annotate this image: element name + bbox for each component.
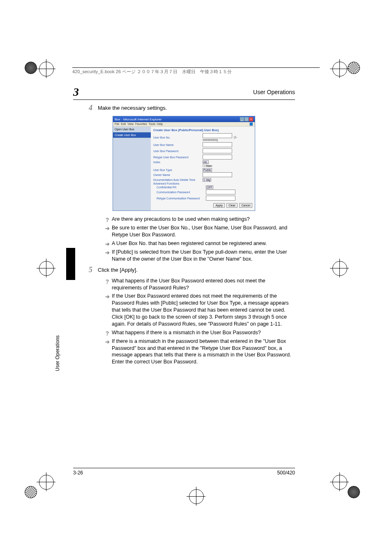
qa-answer: A User Box No. that has been registered … (112, 240, 267, 246)
input-retype-comm-password[interactable] (206, 196, 235, 201)
embedded-screenshot: Box - Microsoft Internet Explorer _□× Fi… (113, 116, 255, 211)
source-file-header: 420_security_E.book 26 ページ ２００７年３月７日 水曜日… (72, 67, 320, 75)
input-userbox-no[interactable] (203, 133, 232, 138)
registration-mark (332, 261, 353, 282)
label-userbox-type: User Box Type (153, 169, 203, 171)
menu-item[interactable]: View (127, 123, 134, 125)
arrow-icon: ➔ (104, 249, 110, 257)
footer-rule (73, 468, 295, 468)
window-buttons[interactable]: _□× (240, 117, 253, 121)
label-retype-password: Retype User Box Password (153, 156, 203, 159)
nav-create-user-box[interactable]: Create User Box (113, 132, 151, 138)
menu-item[interactable]: Edit (121, 123, 126, 125)
step-text-4: Make the necessary settings. (98, 104, 295, 112)
qa-answer: If [Public] is selected from the User Bo… (112, 249, 287, 262)
menu-item[interactable]: Favorites (135, 123, 147, 125)
section-title: User Operations (253, 89, 295, 95)
step-text-5: Click the [Apply]. (98, 266, 295, 274)
select-auto-delete[interactable]: 1 day (203, 178, 211, 182)
window-title: Box - Microsoft Internet Explorer (115, 118, 162, 121)
label-confidential-rx: Confidential RX (153, 186, 206, 189)
section-tab-label: User Operations (55, 335, 60, 371)
clear-button[interactable]: Clear (226, 203, 238, 208)
qa-answer: If the User Box Password entered does no… (112, 293, 289, 327)
select-userbox-type[interactable]: Public (203, 168, 212, 172)
registration-mark (39, 475, 60, 495)
qa-answer: Be sure to enter the User Box No., User … (112, 225, 287, 238)
menu-item[interactable]: File (115, 123, 119, 125)
registration-mark (39, 261, 60, 282)
arrow-icon: ➔ (104, 225, 110, 232)
chapter-number: 3 (73, 86, 79, 99)
qa-question: What happens if there is a mismatch in t… (112, 330, 261, 335)
form-heading: Create User Box (Public/Personal) User B… (153, 128, 252, 132)
qa-question: Are there any precautions to be used whe… (112, 216, 250, 222)
arrow-icon: ➔ (104, 293, 110, 301)
registration-mark (189, 489, 210, 510)
select-index[interactable]: etc. (203, 160, 209, 164)
label-userbox-password: User Box Password (153, 150, 203, 153)
header-rule (73, 99, 295, 100)
nav-open-user-box[interactable]: Open User Box (113, 127, 151, 132)
input-comm-password[interactable] (206, 190, 235, 194)
label-owner-name: Owner Name (153, 173, 203, 176)
input-userbox-password[interactable] (203, 148, 232, 153)
label-main: Main (206, 164, 212, 167)
input-userbox-name[interactable] (203, 142, 232, 147)
qa-question: What happens if the User Box Password en… (112, 278, 265, 291)
step-number-4: 4 (89, 104, 92, 112)
arrow-icon: ➔ (104, 338, 110, 346)
label-advanced: Advanced Functions (153, 182, 203, 185)
label-userbox-no: User Box No. (153, 136, 203, 139)
question-icon: ? (104, 330, 110, 338)
label-comm-password: Communication Password (153, 191, 206, 194)
label-auto-delete: Documentation Auto Delete Time (153, 178, 203, 181)
question-icon: ? (104, 216, 110, 224)
question-icon: ? (104, 278, 110, 286)
apply-button[interactable]: Apply (213, 203, 225, 208)
label-userbox-name: User Box Name (153, 143, 203, 146)
qa-answer: If there is a mismatch in the password b… (112, 338, 291, 365)
input-owner-name[interactable] (203, 172, 232, 177)
cancel-button[interactable]: Cancel (239, 203, 252, 208)
label-retype-comm-password: Retype Communication Password (153, 197, 206, 200)
registration-mark (332, 62, 353, 82)
model-number: 500/420 (277, 470, 295, 476)
menu-item[interactable]: Tools (149, 123, 155, 125)
registration-mark (332, 475, 353, 495)
ie-logo-icon: 🟦 (249, 123, 253, 126)
arrow-icon: ➔ (104, 240, 110, 248)
checkbox-main[interactable]: ☐ (203, 164, 206, 167)
menu-item[interactable]: Help (157, 123, 163, 125)
page-number: 3-26 (73, 470, 83, 476)
chapter-tab (66, 248, 75, 280)
input-retype-password[interactable] (203, 155, 232, 160)
step-number-5: 5 (89, 266, 92, 274)
select-confidential-rx[interactable]: OFF (206, 185, 213, 189)
registration-mark (39, 62, 60, 82)
chapter-tab-label: Chapter 3 (61, 250, 66, 279)
label-index: Index (153, 161, 203, 164)
